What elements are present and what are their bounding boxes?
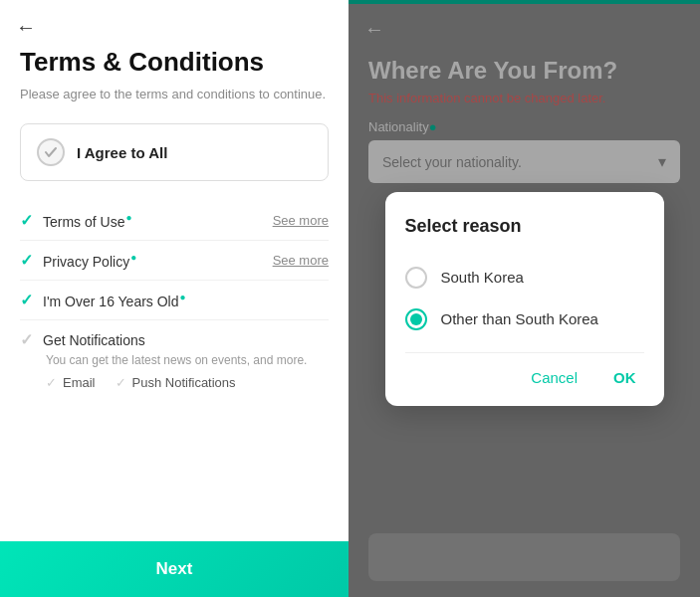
notifications-item: ✓ Get Notifications You can get the late… — [20, 320, 329, 400]
left-panel-title: Terms & Conditions — [20, 47, 329, 78]
agree-all-label: I Agree to All — [77, 144, 167, 161]
agree-all-check-icon — [45, 146, 57, 158]
notifications-desc: You can get the latest news on events, a… — [46, 353, 329, 367]
email-label: Email — [63, 375, 96, 390]
push-label: Push Notifications — [132, 375, 236, 390]
terms-of-use-see-more[interactable]: See more — [273, 213, 329, 228]
email-check-icon: ✓ — [46, 375, 57, 390]
dialog-ok-button[interactable]: OK — [605, 365, 644, 390]
dialog-divider — [405, 352, 644, 353]
over16-required-dot: ● — [180, 292, 186, 302]
privacy-policy-see-more[interactable]: See more — [273, 253, 329, 268]
terms-of-use-check-icon: ✓ — [20, 211, 33, 230]
left-panel-content: Terms & Conditions Please agree to the t… — [0, 47, 349, 541]
notifications-label: Get Notifications — [43, 332, 145, 348]
left-panel-subtitle: Please agree to the terms and conditions… — [20, 86, 329, 103]
radio-inner-dot — [410, 313, 422, 325]
terms-of-use-label: Terms of Use● — [43, 212, 132, 230]
agree-all-checkbox[interactable] — [37, 138, 65, 166]
right-panel: ← Where Are You From? This information c… — [349, 0, 700, 597]
terms-of-use-required-dot: ● — [125, 212, 131, 223]
other-label: Other than South Korea — [441, 310, 598, 327]
dialog-option-other[interactable]: Other than South Korea — [405, 298, 644, 340]
south-korea-label: South Korea — [441, 269, 524, 286]
privacy-policy-item: ✓ Privacy Policy● See more — [20, 241, 329, 281]
over16-item: ✓ I'm Over 16 Years Old● — [20, 281, 329, 320]
dialog-overlay: Select reason South Korea Other than Sou… — [349, 0, 700, 597]
push-option[interactable]: ✓ Push Notifications — [116, 375, 236, 390]
privacy-policy-required-dot: ● — [130, 252, 136, 263]
dialog-cancel-button[interactable]: Cancel — [523, 365, 585, 390]
notification-options: ✓ Email ✓ Push Notifications — [46, 375, 329, 390]
over16-check-icon: ✓ — [20, 291, 33, 309]
privacy-policy-left: ✓ Privacy Policy● — [20, 251, 136, 270]
terms-of-use-left: ✓ Terms of Use● — [20, 211, 132, 230]
left-back-arrow-icon: ← — [16, 16, 36, 38]
privacy-policy-label: Privacy Policy● — [43, 252, 136, 270]
dialog-box: Select reason South Korea Other than Sou… — [385, 192, 664, 406]
dialog-title: Select reason — [405, 216, 644, 237]
agree-all-box[interactable]: I Agree to All — [20, 123, 329, 181]
push-check-icon: ✓ — [116, 375, 126, 390]
left-panel: ← Terms & Conditions Please agree to the… — [0, 0, 349, 597]
privacy-policy-check-icon: ✓ — [20, 251, 33, 270]
dialog-option-south-korea[interactable]: South Korea — [405, 257, 644, 298]
left-back-button[interactable]: ← — [0, 0, 349, 47]
terms-of-use-item: ✓ Terms of Use● See more — [20, 201, 329, 241]
email-option[interactable]: ✓ Email — [46, 375, 96, 390]
notifications-header: ✓ Get Notifications — [20, 330, 329, 349]
over16-label: I'm Over 16 Years Old● — [43, 292, 186, 309]
next-button[interactable]: Next — [0, 541, 349, 597]
radio-south-korea-icon — [405, 267, 427, 289]
dialog-actions: Cancel OK — [405, 365, 644, 390]
over16-left: ✓ I'm Over 16 Years Old● — [20, 291, 186, 309]
radio-other-icon — [405, 308, 427, 330]
notifications-check-icon: ✓ — [20, 330, 33, 349]
